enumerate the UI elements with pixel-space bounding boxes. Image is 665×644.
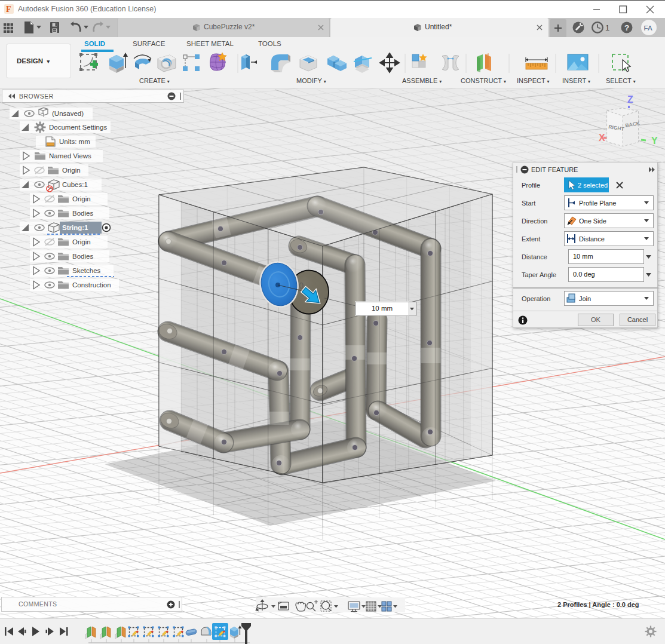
- svg-text:F: F: [6, 5, 11, 14]
- svg-text:Z: Z: [627, 94, 633, 105]
- svg-text:Distance: Distance: [579, 235, 605, 243]
- svg-text:String:1: String:1: [62, 224, 88, 231]
- svg-text:Bodies: Bodies: [72, 253, 93, 260]
- svg-text:Sketches: Sketches: [72, 267, 101, 274]
- svg-text:Bodies: Bodies: [72, 210, 93, 217]
- svg-text:Construction: Construction: [72, 281, 111, 289]
- svg-text:One Side: One Side: [579, 217, 606, 225]
- svg-text:Origin: Origin: [72, 238, 91, 246]
- svg-text:Profile Plane: Profile Plane: [579, 200, 616, 207]
- svg-text:FA: FA: [644, 24, 652, 32]
- svg-text:Document Settings: Document Settings: [49, 124, 107, 131]
- svg-text:Named Views: Named Views: [49, 152, 91, 160]
- svg-text:2 selected: 2 selected: [578, 182, 608, 189]
- svg-text:EDIT FEATURE: EDIT FEATURE: [531, 166, 578, 173]
- svg-text:Join: Join: [579, 295, 591, 302]
- svg-text:1: 1: [605, 23, 609, 32]
- svg-text:Cubes:1: Cubes:1: [62, 181, 88, 188]
- svg-text:(Unsaved): (Unsaved): [52, 110, 84, 117]
- svg-text:Origin: Origin: [62, 167, 81, 174]
- svg-text:?: ?: [624, 23, 629, 32]
- svg-text:Units: mm: Units: mm: [59, 138, 90, 145]
- svg-text:Origin: Origin: [72, 195, 91, 203]
- svg-text:Y: Y: [651, 136, 658, 146]
